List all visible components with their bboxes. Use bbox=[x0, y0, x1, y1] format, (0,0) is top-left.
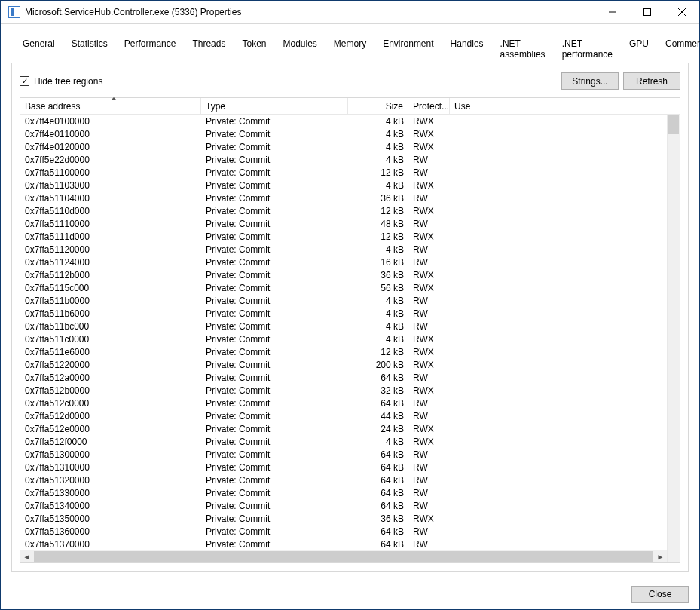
column-header-size[interactable]: Size bbox=[348, 98, 408, 114]
cell-size: 56 kB bbox=[348, 283, 408, 293]
scroll-right-icon[interactable]: ► bbox=[654, 550, 667, 563]
tab-statistics[interactable]: Statistics bbox=[63, 35, 116, 63]
table-row[interactable]: 0x7ffa5110d000Private: Commit12 kBRWX bbox=[20, 204, 667, 217]
cell-size: 64 kB bbox=[348, 449, 408, 460]
cell-protection: RW bbox=[408, 167, 450, 178]
table-row[interactable]: 0x7ffa51330000Private: Commit64 kBRW bbox=[20, 486, 667, 499]
cell-protection: RWX bbox=[408, 270, 450, 280]
checkmark-icon: ✓ bbox=[22, 78, 28, 85]
cell-size: 4 kB bbox=[348, 308, 408, 319]
table-row[interactable]: 0x7ffa512a0000Private: Commit64 kBRW bbox=[20, 371, 667, 384]
cell-protection: RWX bbox=[408, 116, 450, 127]
table-row[interactable]: 0x7ffa512c0000Private: Commit64 kBRW bbox=[20, 397, 667, 409]
table-row[interactable]: 0x7ff4e0110000Private: Commit4 kBRWX bbox=[20, 127, 667, 140]
tab-general[interactable]: General bbox=[14, 35, 63, 63]
column-header-type[interactable]: Type bbox=[201, 98, 348, 114]
cell-protection: RWX bbox=[408, 385, 450, 396]
table-row[interactable]: 0x7ff4e0120000Private: Commit4 kBRWX bbox=[20, 140, 667, 153]
table-row[interactable]: 0x7ffa511c0000Private: Commit4 kBRWX bbox=[20, 333, 667, 345]
table-row[interactable]: 0x7ffa512f0000Private: Commit4 kBRWX bbox=[20, 435, 667, 448]
table-row[interactable]: 0x7ffa51310000Private: Commit64 kBRW bbox=[20, 461, 667, 474]
table-row[interactable]: 0x7ffa51103000Private: Commit4 kBRWX bbox=[20, 179, 667, 192]
table-row[interactable]: 0x7ffa5111d000Private: Commit12 kBRWX bbox=[20, 230, 667, 243]
titlebar[interactable]: Microsoft.ServiceHub.Controller.exe (533… bbox=[1, 1, 699, 24]
cell-type: Private: Commit bbox=[201, 437, 348, 447]
svg-rect-1 bbox=[644, 9, 651, 16]
table-row[interactable]: 0x7ffa511e6000Private: Commit12 kBRWX bbox=[20, 345, 667, 358]
close-button[interactable]: Close bbox=[631, 586, 689, 603]
table-row[interactable]: 0x7ffa51370000Private: Commit64 kBRW bbox=[20, 538, 667, 550]
table-row[interactable]: 0x7ffa51110000Private: Commit48 kBRW bbox=[20, 217, 667, 230]
tab-token[interactable]: Token bbox=[234, 35, 274, 63]
table-row[interactable]: 0x7ffa51300000Private: Commit64 kBRW bbox=[20, 448, 667, 461]
column-header-protection[interactable]: Protect... bbox=[408, 98, 450, 114]
table-row[interactable]: 0x7ffa51120000Private: Commit4 kBRW bbox=[20, 243, 667, 256]
tab-performance[interactable]: Performance bbox=[116, 35, 185, 63]
cell-type: Private: Commit bbox=[201, 513, 348, 524]
refresh-button[interactable]: Refresh bbox=[623, 72, 680, 90]
toolbar: ✓ Hide free regions Strings... Refresh bbox=[20, 72, 680, 90]
tab-comment[interactable]: Comment bbox=[657, 35, 700, 63]
table-row[interactable]: 0x7ffa51320000Private: Commit64 kBRW bbox=[20, 474, 667, 486]
strings-button[interactable]: Strings... bbox=[561, 72, 619, 90]
table-row[interactable]: 0x7ffa51124000Private: Commit16 kBRW bbox=[20, 256, 667, 268]
cell-size: 36 kB bbox=[348, 193, 408, 204]
table-row[interactable]: 0x7ffa5115c000Private: Commit56 kBRWX bbox=[20, 281, 667, 294]
cell-size: 12 kB bbox=[348, 347, 408, 357]
tab--net-performance[interactable]: .NET performance bbox=[554, 35, 621, 63]
tab-modules[interactable]: Modules bbox=[274, 35, 325, 63]
cell-base-address: 0x7ffa5112b000 bbox=[20, 270, 201, 280]
cell-base-address: 0x7ffa5111d000 bbox=[20, 231, 201, 242]
cell-base-address: 0x7ffa51110000 bbox=[20, 219, 201, 229]
cell-base-address: 0x7ffa51220000 bbox=[20, 360, 201, 370]
table-row[interactable]: 0x7ffa511b0000Private: Commit4 kBRW bbox=[20, 294, 667, 307]
cell-size: 4 kB bbox=[348, 129, 408, 139]
tab-gpu[interactable]: GPU bbox=[621, 35, 657, 63]
cell-type: Private: Commit bbox=[201, 475, 348, 486]
table-row[interactable]: 0x7ffa51340000Private: Commit64 kBRW bbox=[20, 499, 667, 512]
close-window-button[interactable] bbox=[665, 1, 699, 24]
table-row[interactable]: 0x7ffa511bc000Private: Commit4 kBRW bbox=[20, 320, 667, 333]
table-row[interactable]: 0x7ffa51350000Private: Commit36 kBRWX bbox=[20, 512, 667, 525]
tab--net-assemblies[interactable]: .NET assemblies bbox=[492, 35, 554, 63]
table-row[interactable]: 0x7ffa51360000Private: Commit64 kBRW bbox=[20, 525, 667, 538]
horizontal-scrollbar[interactable]: ◄ ► bbox=[20, 550, 667, 562]
tab-handles[interactable]: Handles bbox=[442, 35, 492, 63]
table-row[interactable]: 0x7ffa51220000Private: Commit200 kBRWX bbox=[20, 358, 667, 371]
hide-free-regions-checkbox[interactable]: ✓ Hide free regions bbox=[20, 76, 102, 87]
cell-base-address: 0x7ffa512e0000 bbox=[20, 424, 201, 434]
table-row[interactable]: 0x7ffa5112b000Private: Commit36 kBRWX bbox=[20, 268, 667, 281]
cell-protection: RW bbox=[408, 193, 450, 204]
column-header-use[interactable]: Use bbox=[450, 98, 680, 114]
tab-environment[interactable]: Environment bbox=[374, 35, 442, 63]
scroll-left-icon[interactable]: ◄ bbox=[20, 550, 33, 563]
table-row[interactable]: 0x7ff4e0100000Private: Commit4 kBRWX bbox=[20, 115, 667, 127]
cell-base-address: 0x7ffa51360000 bbox=[20, 526, 201, 537]
cell-protection: RW bbox=[408, 257, 450, 268]
horizontal-scroll-thumb[interactable] bbox=[34, 551, 653, 562]
cell-base-address: 0x7ffa51104000 bbox=[20, 193, 201, 204]
table-row[interactable]: 0x7ffa51104000Private: Commit36 kBRW bbox=[20, 192, 667, 204]
maximize-button[interactable] bbox=[630, 1, 665, 24]
cell-type: Private: Commit bbox=[201, 398, 348, 409]
tab-memory[interactable]: Memory bbox=[326, 35, 374, 64]
cell-protection: RW bbox=[408, 321, 450, 332]
table-row[interactable]: 0x7ffa511b6000Private: Commit4 kBRW bbox=[20, 307, 667, 320]
column-header-row: Base address Type Size Protect... Use bbox=[20, 98, 680, 115]
column-header-base-address[interactable]: Base address bbox=[20, 98, 201, 114]
table-row[interactable]: 0x7ff5e22d0000Private: Commit4 kBRW bbox=[20, 153, 667, 166]
table-row[interactable]: 0x7ffa51100000Private: Commit12 kBRW bbox=[20, 166, 667, 179]
cell-protection: RW bbox=[408, 539, 450, 550]
memory-list: Base address Type Size Protect... Use 0x… bbox=[20, 97, 680, 563]
table-row[interactable]: 0x7ffa512e0000Private: Commit24 kBRWX bbox=[20, 422, 667, 435]
vertical-scrollbar[interactable] bbox=[667, 115, 680, 550]
vertical-scroll-thumb[interactable] bbox=[668, 115, 679, 134]
tab-threads[interactable]: Threads bbox=[184, 35, 234, 63]
table-row[interactable]: 0x7ffa512b0000Private: Commit32 kBRWX bbox=[20, 384, 667, 397]
table-row[interactable]: 0x7ffa512d0000Private: Commit44 kBRW bbox=[20, 409, 667, 422]
cell-base-address: 0x7ffa511bc000 bbox=[20, 321, 201, 332]
minimize-button[interactable] bbox=[595, 1, 630, 24]
cell-size: 64 kB bbox=[348, 372, 408, 383]
cell-base-address: 0x7ff4e0100000 bbox=[20, 116, 201, 127]
cell-size: 4 kB bbox=[348, 437, 408, 447]
